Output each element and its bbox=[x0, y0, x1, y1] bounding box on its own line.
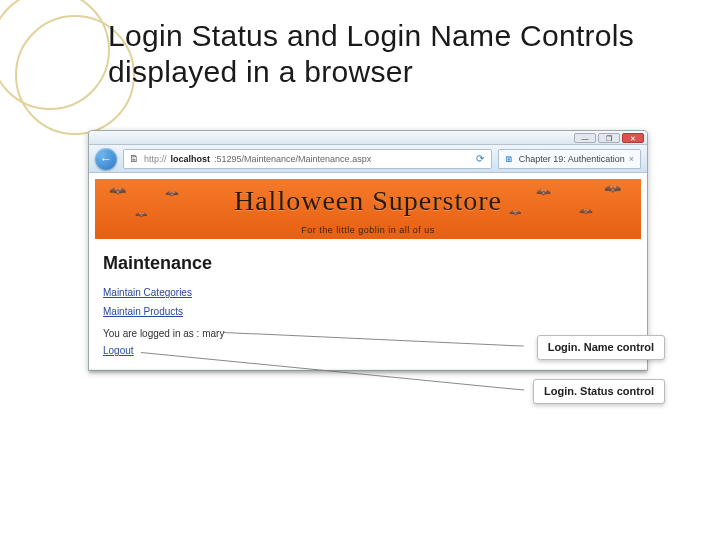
shadow bbox=[89, 370, 647, 373]
page-heading: Maintenance bbox=[103, 253, 633, 274]
refresh-icon[interactable]: ⟳ bbox=[473, 152, 487, 166]
banner-subtitle: For the little goblin in all of us bbox=[95, 225, 641, 235]
link-maintain-products[interactable]: Maintain Products bbox=[103, 306, 183, 317]
browser-tab[interactable]: 🗎 Chapter 19: Authentication × bbox=[498, 149, 641, 169]
address-bar[interactable]: 🗎 http:// localhost ⟳ bbox=[123, 149, 492, 169]
login-name-user: mary bbox=[202, 328, 224, 339]
page-icon: 🗎 bbox=[128, 153, 140, 165]
tab-group: 🗎 Chapter 19: Authentication × bbox=[498, 149, 641, 169]
browser-screenshot: — ❐ ✕ ← 🗎 http:// localhost ⟳ 🗎 Chapter … bbox=[88, 130, 648, 371]
url-host: localhost bbox=[171, 154, 211, 164]
window-minimize-button[interactable]: — bbox=[574, 133, 596, 143]
login-status-control[interactable]: Logout bbox=[103, 345, 134, 356]
callout-login-status: Login. Status control bbox=[533, 379, 665, 404]
back-button[interactable]: ← bbox=[95, 148, 117, 170]
back-arrow-icon: ← bbox=[100, 152, 112, 166]
url-input[interactable] bbox=[214, 154, 469, 164]
tab-page-icon: 🗎 bbox=[505, 154, 515, 164]
login-name-prefix: You are logged in as : bbox=[103, 328, 202, 339]
window-titlebar: — ❐ ✕ bbox=[89, 131, 647, 145]
slide-title: Login Status and Login Name Controls dis… bbox=[108, 18, 720, 90]
tab-label: Chapter 19: Authentication bbox=[519, 154, 625, 164]
tab-close-icon[interactable]: × bbox=[629, 154, 634, 164]
callout-login-name: Login. Name control bbox=[537, 335, 665, 360]
browser-window: — ❐ ✕ ← 🗎 http:// localhost ⟳ 🗎 Chapter … bbox=[88, 130, 648, 371]
window-maximize-button[interactable]: ❐ bbox=[598, 133, 620, 143]
url-scheme: http:// bbox=[144, 154, 167, 164]
link-maintain-categories[interactable]: Maintain Categories bbox=[103, 287, 192, 298]
site-banner: 🦇 🦇 🦇 🦇 🦇 🦇 🦇 Halloween Superstore For t… bbox=[95, 179, 641, 239]
window-close-button[interactable]: ✕ bbox=[622, 133, 644, 143]
banner-title: Halloween Superstore bbox=[95, 185, 641, 217]
browser-nav-row: ← 🗎 http:// localhost ⟳ 🗎 Chapter 19: Au… bbox=[89, 145, 647, 173]
